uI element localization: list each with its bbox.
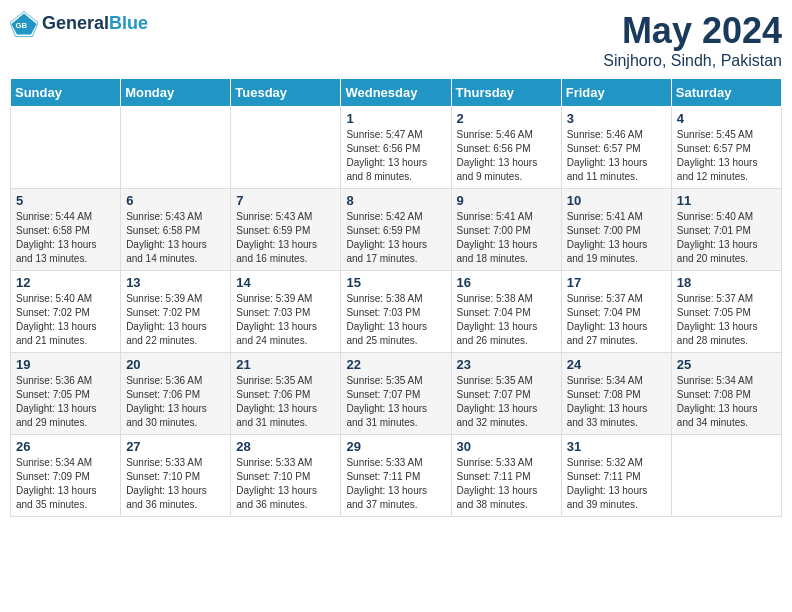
day-number: 15 [346,275,445,290]
day-number: 27 [126,439,225,454]
day-info: Sunrise: 5:33 AMSunset: 7:11 PMDaylight:… [346,456,445,512]
day-info: Sunrise: 5:33 AMSunset: 7:10 PMDaylight:… [126,456,225,512]
calendar-day-cell: 25Sunrise: 5:34 AMSunset: 7:08 PMDayligh… [671,353,781,435]
logo: GB GeneralBlue [10,10,148,38]
day-number: 20 [126,357,225,372]
calendar-day-cell: 17Sunrise: 5:37 AMSunset: 7:04 PMDayligh… [561,271,671,353]
calendar-week-row: 5Sunrise: 5:44 AMSunset: 6:58 PMDaylight… [11,189,782,271]
day-info: Sunrise: 5:35 AMSunset: 7:06 PMDaylight:… [236,374,335,430]
weekday-header: Friday [561,79,671,107]
calendar-day-cell: 5Sunrise: 5:44 AMSunset: 6:58 PMDaylight… [11,189,121,271]
weekday-header: Saturday [671,79,781,107]
day-number: 22 [346,357,445,372]
day-number: 21 [236,357,335,372]
day-number: 28 [236,439,335,454]
day-number: 26 [16,439,115,454]
calendar-table: SundayMondayTuesdayWednesdayThursdayFrid… [10,78,782,517]
calendar-day-cell: 15Sunrise: 5:38 AMSunset: 7:03 PMDayligh… [341,271,451,353]
calendar-day-cell: 11Sunrise: 5:40 AMSunset: 7:01 PMDayligh… [671,189,781,271]
day-info: Sunrise: 5:32 AMSunset: 7:11 PMDaylight:… [567,456,666,512]
day-number: 14 [236,275,335,290]
calendar-day-cell: 20Sunrise: 5:36 AMSunset: 7:06 PMDayligh… [121,353,231,435]
day-info: Sunrise: 5:38 AMSunset: 7:03 PMDaylight:… [346,292,445,348]
day-info: Sunrise: 5:43 AMSunset: 6:59 PMDaylight:… [236,210,335,266]
day-info: Sunrise: 5:39 AMSunset: 7:03 PMDaylight:… [236,292,335,348]
day-info: Sunrise: 5:47 AMSunset: 6:56 PMDaylight:… [346,128,445,184]
day-info: Sunrise: 5:37 AMSunset: 7:05 PMDaylight:… [677,292,776,348]
calendar-week-row: 26Sunrise: 5:34 AMSunset: 7:09 PMDayligh… [11,435,782,517]
calendar-week-row: 12Sunrise: 5:40 AMSunset: 7:02 PMDayligh… [11,271,782,353]
calendar-day-cell: 12Sunrise: 5:40 AMSunset: 7:02 PMDayligh… [11,271,121,353]
weekday-header: Thursday [451,79,561,107]
calendar-day-cell: 7Sunrise: 5:43 AMSunset: 6:59 PMDaylight… [231,189,341,271]
calendar-day-cell: 10Sunrise: 5:41 AMSunset: 7:00 PMDayligh… [561,189,671,271]
svg-text:GB: GB [16,21,28,30]
logo-text-block: GeneralBlue [42,14,148,34]
day-info: Sunrise: 5:41 AMSunset: 7:00 PMDaylight:… [457,210,556,266]
page-header: GB GeneralBlue May 2024 Sinjhoro, Sindh,… [10,10,782,70]
day-info: Sunrise: 5:46 AMSunset: 6:56 PMDaylight:… [457,128,556,184]
calendar-day-cell: 9Sunrise: 5:41 AMSunset: 7:00 PMDaylight… [451,189,561,271]
calendar-day-cell: 1Sunrise: 5:47 AMSunset: 6:56 PMDaylight… [341,107,451,189]
day-info: Sunrise: 5:34 AMSunset: 7:09 PMDaylight:… [16,456,115,512]
day-info: Sunrise: 5:36 AMSunset: 7:05 PMDaylight:… [16,374,115,430]
day-number: 16 [457,275,556,290]
month-title: May 2024 [603,10,782,52]
day-number: 9 [457,193,556,208]
day-info: Sunrise: 5:33 AMSunset: 7:10 PMDaylight:… [236,456,335,512]
calendar-week-row: 19Sunrise: 5:36 AMSunset: 7:05 PMDayligh… [11,353,782,435]
day-info: Sunrise: 5:46 AMSunset: 6:57 PMDaylight:… [567,128,666,184]
day-number: 11 [677,193,776,208]
day-info: Sunrise: 5:45 AMSunset: 6:57 PMDaylight:… [677,128,776,184]
calendar-day-cell: 30Sunrise: 5:33 AMSunset: 7:11 PMDayligh… [451,435,561,517]
weekday-row: SundayMondayTuesdayWednesdayThursdayFrid… [11,79,782,107]
weekday-header: Sunday [11,79,121,107]
day-number: 1 [346,111,445,126]
day-info: Sunrise: 5:34 AMSunset: 7:08 PMDaylight:… [567,374,666,430]
day-number: 13 [126,275,225,290]
day-number: 2 [457,111,556,126]
day-number: 5 [16,193,115,208]
day-info: Sunrise: 5:39 AMSunset: 7:02 PMDaylight:… [126,292,225,348]
day-number: 25 [677,357,776,372]
calendar-day-cell: 31Sunrise: 5:32 AMSunset: 7:11 PMDayligh… [561,435,671,517]
day-number: 4 [677,111,776,126]
weekday-header: Wednesday [341,79,451,107]
calendar-day-cell: 28Sunrise: 5:33 AMSunset: 7:10 PMDayligh… [231,435,341,517]
day-number: 23 [457,357,556,372]
day-info: Sunrise: 5:33 AMSunset: 7:11 PMDaylight:… [457,456,556,512]
day-number: 7 [236,193,335,208]
calendar-header: SundayMondayTuesdayWednesdayThursdayFrid… [11,79,782,107]
day-number: 18 [677,275,776,290]
calendar-day-cell: 14Sunrise: 5:39 AMSunset: 7:03 PMDayligh… [231,271,341,353]
calendar-day-cell: 22Sunrise: 5:35 AMSunset: 7:07 PMDayligh… [341,353,451,435]
calendar-day-cell: 29Sunrise: 5:33 AMSunset: 7:11 PMDayligh… [341,435,451,517]
day-info: Sunrise: 5:43 AMSunset: 6:58 PMDaylight:… [126,210,225,266]
day-number: 17 [567,275,666,290]
day-info: Sunrise: 5:36 AMSunset: 7:06 PMDaylight:… [126,374,225,430]
day-number: 12 [16,275,115,290]
title-block: May 2024 Sinjhoro, Sindh, Pakistan [603,10,782,70]
calendar-day-cell: 18Sunrise: 5:37 AMSunset: 7:05 PMDayligh… [671,271,781,353]
calendar-day-cell: 24Sunrise: 5:34 AMSunset: 7:08 PMDayligh… [561,353,671,435]
day-info: Sunrise: 5:42 AMSunset: 6:59 PMDaylight:… [346,210,445,266]
weekday-header: Tuesday [231,79,341,107]
calendar-day-cell: 13Sunrise: 5:39 AMSunset: 7:02 PMDayligh… [121,271,231,353]
day-info: Sunrise: 5:34 AMSunset: 7:08 PMDaylight:… [677,374,776,430]
calendar-day-cell [671,435,781,517]
day-number: 19 [16,357,115,372]
calendar-day-cell: 8Sunrise: 5:42 AMSunset: 6:59 PMDaylight… [341,189,451,271]
logo-icon: GB [10,10,38,38]
calendar-day-cell: 3Sunrise: 5:46 AMSunset: 6:57 PMDaylight… [561,107,671,189]
logo-line1: General [42,13,109,33]
calendar-week-row: 1Sunrise: 5:47 AMSunset: 6:56 PMDaylight… [11,107,782,189]
logo-line2: Blue [109,13,148,33]
calendar-day-cell: 6Sunrise: 5:43 AMSunset: 6:58 PMDaylight… [121,189,231,271]
calendar-day-cell: 2Sunrise: 5:46 AMSunset: 6:56 PMDaylight… [451,107,561,189]
day-number: 10 [567,193,666,208]
calendar-day-cell: 27Sunrise: 5:33 AMSunset: 7:10 PMDayligh… [121,435,231,517]
location: Sinjhoro, Sindh, Pakistan [603,52,782,70]
day-number: 30 [457,439,556,454]
day-number: 3 [567,111,666,126]
day-info: Sunrise: 5:40 AMSunset: 7:02 PMDaylight:… [16,292,115,348]
